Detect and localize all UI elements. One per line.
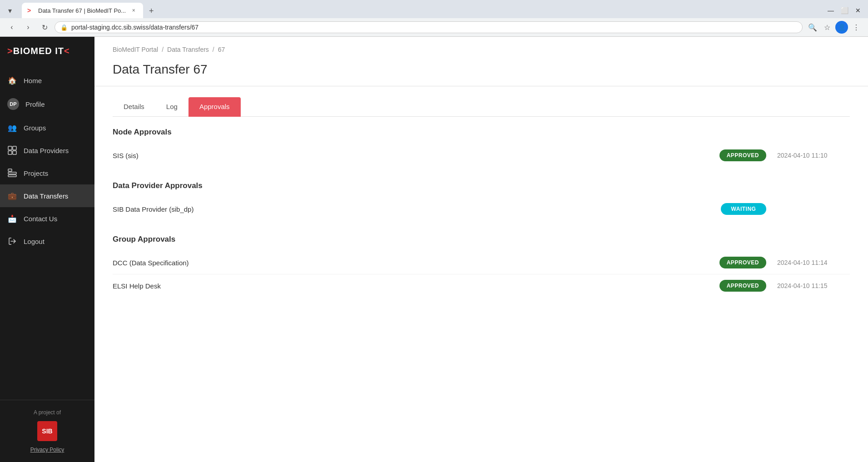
sidebar-item-contact-us[interactable]: 📩 Contact Us	[0, 207, 94, 230]
maximize-button[interactable]: ⬜	[838, 4, 851, 17]
sidebar-item-profile[interactable]: DP Profile	[0, 92, 94, 116]
svg-rect-4	[8, 169, 12, 171]
sidebar-item-groups[interactable]: 👥 Groups	[0, 116, 94, 139]
sidebar-item-data-providers[interactable]: Data Providers	[0, 139, 94, 162]
breadcrumb-portal-link[interactable]: BioMedIT Portal	[113, 46, 158, 53]
sidebar-nav: 🏠 Home DP Profile 👥 Groups	[0, 65, 94, 400]
approval-date: 2024-04-10 11:14	[777, 259, 850, 266]
breadcrumb-sep-1: /	[162, 46, 164, 53]
address-security-icon: 🔒	[60, 24, 68, 31]
sib-logo: SIB	[37, 421, 57, 441]
profile-avatar-icon: DP	[7, 98, 19, 110]
svg-rect-1	[13, 146, 16, 150]
reload-button[interactable]: ↻	[38, 21, 51, 34]
tab-approvals[interactable]: Approvals	[188, 97, 241, 117]
breadcrumb-sep-2: /	[213, 46, 214, 53]
home-icon: 🏠	[7, 75, 17, 85]
logout-icon	[7, 236, 17, 246]
sidebar-item-label: Groups	[24, 124, 46, 132]
page-header: Data Transfer 67	[94, 58, 868, 86]
sidebar-item-projects[interactable]: Projects	[0, 162, 94, 184]
approval-date: 2024-04-10 11:10	[777, 152, 850, 159]
sidebar-item-label: Data Transfers	[24, 192, 68, 200]
back-button[interactable]: ‹	[5, 21, 18, 34]
address-text: portal-staging.dcc.sib.swiss/data-transf…	[71, 24, 797, 31]
sidebar-item-label: Logout	[24, 238, 45, 245]
tab-close-button[interactable]: ×	[129, 6, 138, 15]
approval-name: SIS (sis)	[113, 152, 719, 159]
sidebar-item-label: Contact Us	[24, 215, 57, 223]
table-row: ELSI Help Desk APPROVED 2024-04-10 11:15	[113, 274, 850, 297]
sidebar-item-label: Home	[24, 77, 42, 84]
breadcrumb-current: 67	[218, 46, 225, 53]
tab-details[interactable]: Details	[113, 97, 155, 117]
sidebar-logo: >BIOMED IT<	[0, 37, 94, 65]
sidebar-footer: A project of SIB Privacy Policy	[0, 400, 94, 462]
active-tab[interactable]: > Data Transfer 67 | BioMedIT Po... ×	[22, 3, 143, 18]
data-provider-approvals-title: Data Provider Approvals	[113, 181, 850, 190]
breadcrumb: BioMedIT Portal / Data Transfers / 67	[94, 37, 868, 58]
table-row: SIB Data Provider (sib_dp) WAITING	[113, 198, 850, 220]
logo-left-arrow: >	[7, 46, 13, 56]
forward-button[interactable]: ›	[22, 21, 35, 34]
tab-dropdown[interactable]: ▾	[4, 4, 16, 17]
svg-rect-5	[8, 172, 16, 174]
logo-text: >BIOMED IT<	[7, 46, 70, 56]
groups-icon: 👥	[7, 123, 17, 133]
approval-name: DCC (Data Specification)	[113, 259, 719, 267]
sidebar-item-logout[interactable]: Logout	[0, 230, 94, 253]
status-badge: APPROVED	[719, 280, 766, 292]
search-icon[interactable]: 🔍	[806, 21, 819, 34]
approval-name: SIB Data Provider (sib_dp)	[113, 205, 721, 213]
status-badge: APPROVED	[719, 257, 766, 268]
browser-chrome: ▾ > Data Transfer 67 | BioMedIT Po... × …	[0, 0, 868, 37]
minimize-button[interactable]: —	[824, 4, 837, 17]
main-content: BioMedIT Portal / Data Transfers / 67 Da…	[94, 37, 868, 462]
sidebar-item-data-transfers[interactable]: 💼 Data Transfers	[0, 184, 94, 207]
tab-navigation: Details Log Approvals	[113, 97, 850, 117]
profile-icon[interactable]: 👤	[835, 21, 848, 34]
content-area: Details Log Approvals Node Approvals SIS…	[94, 86, 868, 323]
data-providers-icon	[7, 145, 17, 155]
breadcrumb-data-transfers-link[interactable]: Data Transfers	[167, 46, 209, 53]
data-provider-approvals-section: Data Provider Approvals SIB Data Provide…	[113, 181, 850, 220]
privacy-policy-link[interactable]: Privacy Policy	[30, 447, 64, 453]
approval-date: 2024-04-10 11:15	[777, 282, 850, 289]
menu-icon[interactable]: ⋮	[850, 21, 863, 34]
node-approvals-title: Node Approvals	[113, 128, 850, 137]
bookmark-icon[interactable]: ☆	[821, 21, 833, 34]
projects-icon	[7, 168, 17, 178]
data-transfers-icon: 💼	[7, 191, 17, 201]
status-badge: APPROVED	[719, 149, 766, 161]
new-tab-button[interactable]: +	[145, 5, 158, 17]
table-row: DCC (Data Specification) APPROVED 2024-0…	[113, 251, 850, 274]
sidebar-item-home[interactable]: 🏠 Home	[0, 69, 94, 92]
address-bar[interactable]: 🔒 portal-staging.dcc.sib.swiss/data-tran…	[55, 21, 803, 33]
tab-log[interactable]: Log	[155, 97, 188, 117]
node-approvals-section: Node Approvals SIS (sis) APPROVED 2024-0…	[113, 128, 850, 167]
tab-title: Data Transfer 67 | BioMedIT Po...	[38, 7, 126, 14]
svg-rect-2	[8, 151, 12, 154]
svg-rect-0	[8, 146, 12, 150]
footer-project-label: A project of	[7, 409, 87, 416]
group-approvals-section: Group Approvals DCC (Data Specification)…	[113, 235, 850, 297]
approval-name: ELSI Help Desk	[113, 282, 719, 290]
close-window-button[interactable]: ✕	[852, 4, 864, 17]
svg-rect-3	[13, 151, 16, 154]
logo-right-arrow: <	[64, 46, 70, 56]
table-row: SIS (sis) APPROVED 2024-04-10 11:10	[113, 144, 850, 167]
page-title: Data Transfer 67	[113, 62, 850, 77]
sidebar: >BIOMED IT< 🏠 Home DP Profile 👥 Groups	[0, 37, 94, 462]
status-badge: WAITING	[721, 203, 766, 215]
sidebar-item-label: Profile	[25, 100, 45, 108]
contact-us-icon: 📩	[7, 214, 17, 224]
tab-favicon: >	[27, 7, 35, 14]
sidebar-item-label: Data Providers	[24, 147, 69, 154]
svg-rect-6	[8, 175, 16, 177]
sidebar-item-label: Projects	[24, 169, 48, 177]
group-approvals-title: Group Approvals	[113, 235, 850, 244]
